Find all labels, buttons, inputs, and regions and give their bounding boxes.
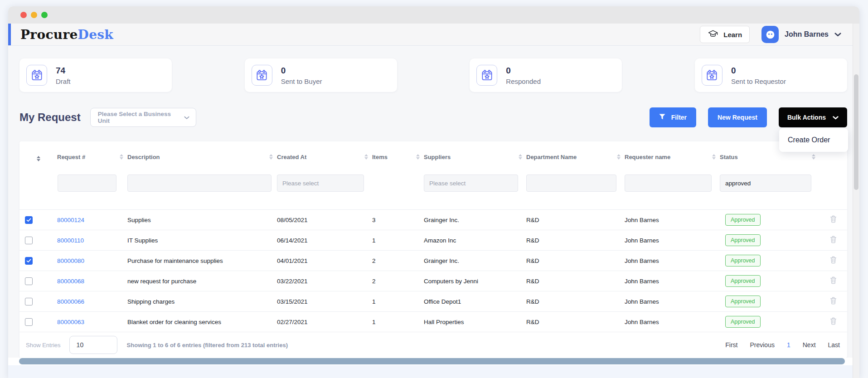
trash-icon[interactable] [830, 256, 837, 265]
column-header-description[interactable]: Description [127, 147, 277, 167]
filter-select-cell [19, 167, 57, 210]
status-filter-input[interactable] [720, 174, 811, 192]
stat-value: 0 [281, 66, 322, 76]
app-logo: ProcureDesk [20, 27, 113, 42]
calendar-star-icon [26, 65, 47, 86]
stat-card-sent-to-buyer[interactable]: 0 Sent to Buyer [245, 58, 397, 92]
department-cell: R&D [526, 210, 625, 230]
row-checkbox[interactable] [25, 237, 33, 244]
created-at-filter-input[interactable] [277, 174, 364, 192]
department-cell: R&D [526, 230, 625, 251]
business-unit-select[interactable]: Please Select a Business Unit [90, 108, 196, 127]
app-window: ProcureDesk Learn [8, 6, 859, 378]
pagination-page-1[interactable]: 1 [787, 341, 790, 349]
user-avatar [761, 26, 779, 43]
request-link[interactable]: 80000066 [57, 298, 84, 305]
column-header-select[interactable] [19, 147, 57, 167]
request-filter-input[interactable] [58, 174, 116, 192]
items-cell: 3 [372, 210, 424, 230]
face-icon [765, 29, 776, 40]
sort-icon[interactable] [617, 154, 621, 160]
bulk-actions-button[interactable]: Bulk Actions [779, 107, 847, 127]
column-header-suppliers[interactable]: Suppliers [424, 147, 526, 167]
funnel-icon [659, 114, 665, 121]
horizontal-scrollbar [8, 358, 853, 365]
request-link[interactable]: 80000110 [57, 237, 84, 244]
items-cell: 1 [372, 312, 424, 332]
pagination-first[interactable]: First [725, 341, 737, 349]
description-cell: Supplies [127, 210, 277, 230]
stat-value: 0 [506, 66, 541, 76]
minimize-window-button[interactable] [31, 12, 37, 18]
close-window-button[interactable] [20, 12, 27, 18]
supplier-cell: Grainger Inc. [424, 251, 526, 271]
trash-icon[interactable] [830, 297, 837, 306]
suppliers-filter-input[interactable] [424, 174, 518, 192]
column-header-request[interactable]: Request # [57, 147, 127, 167]
sort-icon[interactable] [812, 154, 815, 160]
row-checkbox[interactable] [25, 216, 33, 224]
row-checkbox[interactable] [25, 318, 33, 326]
trash-icon[interactable] [830, 276, 837, 286]
status-badge: Approved [725, 214, 761, 226]
vertical-scrollbar-thumb[interactable] [854, 74, 858, 190]
row-checkbox[interactable] [25, 298, 33, 305]
sort-icon[interactable] [519, 154, 522, 160]
sort-icon[interactable] [269, 154, 273, 160]
toolbar: My Request Please Select a Business Unit… [19, 107, 847, 128]
created-at-cell: 03/15/2021 [277, 291, 372, 312]
column-header-created-at[interactable]: Created At [277, 147, 372, 167]
status-badge: Approved [725, 296, 761, 307]
stat-card-sent-to-requestor[interactable]: 0 Sent to Requestor [695, 58, 847, 92]
row-checkbox[interactable] [25, 277, 33, 285]
items-cell: 1 [372, 291, 424, 312]
learn-button[interactable]: Learn [700, 26, 750, 43]
supplier-cell: Hall Properties [424, 312, 526, 332]
description-cell: Blanket order for cleaning services [127, 312, 277, 332]
request-link[interactable]: 80000068 [57, 278, 84, 285]
sort-icon[interactable] [416, 154, 420, 160]
column-header-requester[interactable]: Requester name [625, 147, 720, 167]
sort-icon[interactable] [364, 154, 368, 160]
new-request-button[interactable]: New Request [708, 107, 767, 127]
stat-card-draft[interactable]: 74 Draft [19, 58, 172, 92]
entries-count-input[interactable] [69, 336, 117, 354]
column-header-department[interactable]: Department Name [526, 147, 625, 167]
menu-item-create-order[interactable]: Create Order [779, 133, 848, 147]
supplier-cell: Computers by Jenni [424, 271, 526, 291]
request-link[interactable]: 80000124 [57, 217, 84, 223]
pagination-next[interactable]: Next [803, 341, 816, 349]
status-badge: Approved [725, 275, 761, 287]
row-checkbox[interactable] [25, 257, 33, 265]
new-request-button-label: New Request [718, 114, 757, 121]
sort-icon[interactable] [120, 154, 123, 160]
trash-icon[interactable] [830, 236, 837, 245]
stat-card-responded[interactable]: 0 Responded [470, 58, 622, 92]
request-link[interactable]: 80000080 [57, 257, 84, 264]
column-header-items[interactable]: Items [372, 147, 424, 167]
table-row: 80000124 Supplies 08/05/2021 3 Grainger … [19, 210, 847, 230]
department-filter-input[interactable] [526, 174, 616, 192]
pagination-previous[interactable]: Previous [750, 341, 774, 349]
sort-icon[interactable] [712, 154, 716, 160]
trash-icon[interactable] [830, 215, 837, 224]
maximize-window-button[interactable] [41, 12, 48, 18]
pagination-last[interactable]: Last [828, 341, 840, 349]
sort-icon[interactable] [37, 156, 40, 161]
request-link[interactable]: 80000063 [57, 319, 84, 325]
created-at-cell: 02/27/2021 [277, 312, 372, 332]
table-filter-row [19, 167, 847, 210]
supplier-cell: Office Depot1 [424, 291, 526, 312]
calendar-star-icon [476, 65, 497, 86]
user-menu[interactable]: John Barnes [761, 26, 841, 43]
page-title: My Request [19, 111, 81, 124]
filter-button[interactable]: Filter [650, 107, 696, 127]
table-row: 80000068 new request for purchase 03/22/… [19, 271, 847, 291]
description-filter-input[interactable] [127, 174, 272, 192]
description-cell: Shipping charges [127, 291, 277, 312]
header-accent-bar [8, 24, 11, 45]
status-badge: Approved [725, 255, 761, 267]
trash-icon[interactable] [830, 317, 837, 326]
requester-filter-input[interactable] [625, 174, 712, 192]
horizontal-scrollbar-thumb[interactable] [19, 358, 845, 364]
